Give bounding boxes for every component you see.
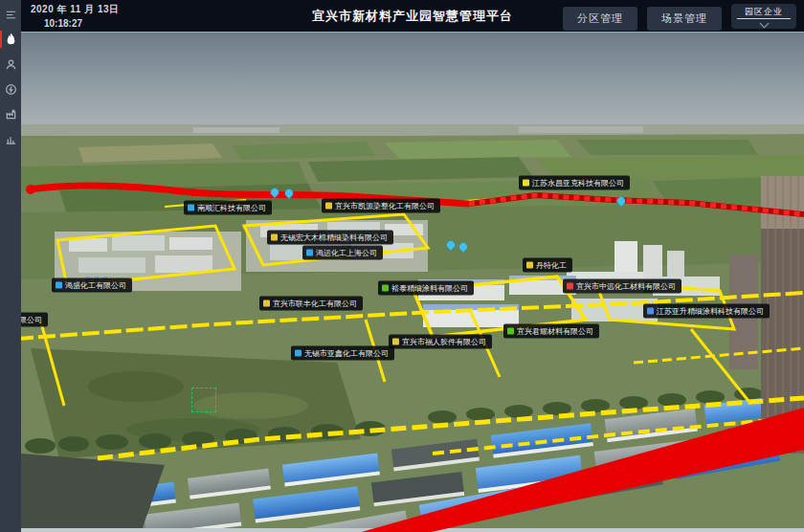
company-label-text: 鸿运化工上海公司 <box>316 249 377 257</box>
water-drop-icon <box>283 188 294 198</box>
water-drop-icon <box>269 187 279 197</box>
company-marker-icon <box>647 308 654 315</box>
company-marker-icon <box>507 328 514 335</box>
top-header: 2020 年 11 月 13日 10:18:27 宜兴市新材料产业园智慧管理平台… <box>21 0 804 32</box>
bar-chart-icon[interactable] <box>0 128 21 149</box>
company-label[interactable]: 宜兴市中远化工材料有限公司 <box>563 279 681 294</box>
company-label-text: 无锡宏大木棉精细染料有限公司 <box>280 233 388 242</box>
company-marker-icon <box>526 262 533 269</box>
company-marker-icon <box>523 180 529 187</box>
map-label-layer: 南顺汇科技有限公司宜兴市凯源染整化工有限公司江苏永昌亚克科技有限公司无锡宏大木棉… <box>21 33 804 532</box>
company-marker-icon <box>392 339 399 345</box>
sidebar <box>0 0 21 532</box>
company-marker-icon <box>567 283 573 290</box>
company-label-text: 鸿盛化工有限公司 <box>65 281 126 290</box>
company-label-text: 丹特化工 <box>536 261 567 270</box>
factory-icon[interactable] <box>0 103 21 124</box>
company-marker-icon <box>306 250 313 256</box>
water-drop-icon <box>445 239 456 250</box>
scene-management-button[interactable]: 场景管理 <box>647 7 722 31</box>
company-label[interactable]: 南顺汇科技有限公司 <box>184 201 272 215</box>
company-label[interactable]: 宜兴市联丰化工有限公司 <box>259 297 363 311</box>
water-drop-icon <box>458 241 468 252</box>
company-label[interactable]: 裕泰精细涂料有限公司 <box>378 281 474 296</box>
power-circle-icon[interactable] <box>0 78 21 100</box>
user-icon[interactable] <box>0 54 21 75</box>
selection-marker <box>191 388 216 412</box>
company-label-text: 南顺汇科技有限公司 <box>197 204 266 212</box>
company-label-text: 裕泰精细涂料有限公司 <box>391 284 468 293</box>
company-label-text: 环保科技有限公司 <box>21 316 42 324</box>
zone-management-button[interactable]: 分区管理 <box>563 7 637 31</box>
company-label-text: 江苏亚升精细涂料科技有限公司 <box>657 307 764 316</box>
enterprise-dropdown[interactable]: 园区企业 <box>731 4 796 29</box>
company-marker-icon <box>295 350 302 357</box>
header-actions: 分区管理 场景管理 园区企业 <box>563 4 796 31</box>
company-label[interactable]: 环保科技有限公司 <box>21 313 48 327</box>
company-marker-icon <box>263 300 270 307</box>
company-label-text: 宜兴市福人胶件有限公司 <box>402 338 486 346</box>
menu-icon[interactable] <box>0 4 21 25</box>
company-label[interactable]: 鸿盛化工有限公司 <box>52 278 132 293</box>
company-label[interactable]: 江苏永昌亚克科技有限公司 <box>519 176 630 190</box>
company-label-text: 宜兴市中远化工材料有限公司 <box>576 282 676 291</box>
company-marker-icon <box>382 285 389 292</box>
chevron-down-icon <box>759 18 769 28</box>
company-label-text: 江苏永昌亚克科技有限公司 <box>532 179 624 188</box>
company-label[interactable]: 无锡市亚鑫化工有限公司 <box>291 346 394 361</box>
company-label[interactable]: 宜兴市凯源染整化工有限公司 <box>322 199 440 213</box>
company-label-text: 无锡市亚鑫化工有限公司 <box>304 349 389 358</box>
company-label[interactable]: 宜兴市福人胶件有限公司 <box>389 335 492 349</box>
map-3d-view[interactable]: 南顺汇科技有限公司宜兴市凯源染整化工有限公司江苏永昌亚克科技有限公司无锡宏大木棉… <box>21 32 804 532</box>
company-marker-icon <box>325 203 332 210</box>
company-label[interactable]: 无锡宏大木棉精细染料有限公司 <box>267 231 393 245</box>
water-drop-icon <box>615 195 626 206</box>
company-label[interactable]: 鸿运化工上海公司 <box>302 246 383 260</box>
company-label-text: 宜兴市凯源染整化工有限公司 <box>335 202 435 211</box>
company-label[interactable]: 丹特化工 <box>523 258 572 273</box>
fire-icon[interactable] <box>0 29 21 50</box>
company-marker-icon <box>271 234 278 241</box>
company-label-text: 宜兴君耀材料有限公司 <box>517 327 593 336</box>
company-label[interactable]: 江苏亚升精细涂料科技有限公司 <box>643 304 770 319</box>
company-label[interactable]: 宜兴君耀材料有限公司 <box>503 324 599 339</box>
company-label-text: 宜兴市联丰化工有限公司 <box>273 299 357 308</box>
company-marker-icon <box>188 205 194 211</box>
company-marker-icon <box>56 282 62 289</box>
enterprise-dropdown-value: 园区企业 <box>745 7 783 16</box>
